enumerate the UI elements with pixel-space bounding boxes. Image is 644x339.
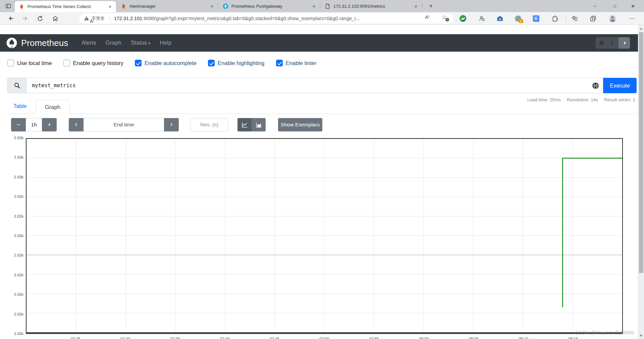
option-enable-highlighting[interactable]: Enable highlighting <box>208 60 264 66</box>
chart-type-toggle <box>237 118 266 131</box>
checkbox[interactable] <box>276 60 283 66</box>
extensions-puzzle-icon[interactable] <box>551 14 559 22</box>
refresh-icon[interactable] <box>36 14 44 23</box>
forward-icon[interactable] <box>21 14 30 23</box>
time-back-button[interactable]: ‹ <box>69 118 84 131</box>
line-chart-icon[interactable] <box>237 118 252 131</box>
option-enable-autocomplete[interactable]: Enable autocomplete <box>135 60 197 66</box>
y-tick-label: 2.02k <box>0 194 23 200</box>
execute-button[interactable]: Execute <box>603 78 637 93</box>
window-close-button[interactable]: ✕ <box>625 0 641 12</box>
browser-tab-alertmanager[interactable]: Alertmanager × <box>117 0 218 12</box>
y-axis-labels: 2.03k2.03k2.03k2.02k2.02k2.02k2.02k2.02k… <box>0 138 23 334</box>
scrollbar-up-icon[interactable]: ▲ <box>638 27 644 30</box>
theme-dark-moon-icon[interactable]: ☾ <box>607 37 619 49</box>
stacked-chart-icon[interactable] <box>252 118 266 131</box>
browser-tab-metrics[interactable]: 172.31.2.102:9091/metrics × <box>321 0 422 12</box>
browser-menu-icon[interactable]: ⋯ <box>628 14 636 22</box>
browser-tab-prometheus-graph[interactable]: Prometheus Time Series Collecti × <box>15 1 116 12</box>
tab-actions-icon[interactable] <box>4 2 13 10</box>
address-bar[interactable]: 不安全 | 172.31.2.101:9090/graph?g0.expr=my… <box>79 13 453 23</box>
x-tick-label: 08:05 <box>466 337 481 339</box>
profile-avatar[interactable] <box>608 14 616 22</box>
checkbox[interactable] <box>7 60 14 66</box>
checkbox[interactable] <box>63 60 70 66</box>
tab-table[interactable]: Table <box>13 103 26 109</box>
option-use-local-time[interactable]: Use local time <box>7 60 52 66</box>
page-scrollbar[interactable]: ▲ ▼ <box>638 25 644 339</box>
idm-extension-icon[interactable] <box>459 14 467 22</box>
browser-tab-pushgateway[interactable]: Prometheus Pushgateway × <box>219 0 320 12</box>
tab-close-icon[interactable]: × <box>209 3 215 9</box>
new-tab-button[interactable]: + <box>427 2 435 10</box>
plot-area[interactable] <box>26 138 623 334</box>
window-minimize-button[interactable]: ─ <box>587 0 603 12</box>
nav-item-graph[interactable]: Graph <box>101 40 126 46</box>
metrics-explorer-globe-icon[interactable] <box>588 78 603 93</box>
chart-svg <box>26 139 622 332</box>
range-control-group: − + <box>11 118 57 131</box>
theme-auto-contrast-icon[interactable]: ◑ <box>619 37 630 49</box>
star-add-badge: + <box>445 18 449 21</box>
tab-graph[interactable]: Graph <box>36 100 70 114</box>
pushgateway-favicon-icon <box>223 3 228 9</box>
result-tab-bar: Table Graph <box>7 99 637 114</box>
tab-title: Alertmanager <box>129 4 209 9</box>
y-tick-label: 2.02k <box>0 214 23 219</box>
browser-toolbar: 不安全 | 172.31.2.101:9090/graph?g0.expr=my… <box>0 12 644 25</box>
nav-item-help[interactable]: Help <box>155 40 176 46</box>
time-forward-button[interactable]: › <box>164 118 179 131</box>
prometheus-favicon-icon <box>19 4 24 9</box>
user-search-extension-icon[interactable] <box>478 14 486 22</box>
x-tick-label: 07:40 <box>217 337 232 339</box>
range-zoom-in-button[interactable]: + <box>42 118 57 131</box>
brand-title: Prometheus <box>21 38 68 48</box>
x-tick-label: 07:45 <box>267 337 282 339</box>
tab-divider <box>320 4 320 8</box>
x-tick-label: 07:35 <box>168 337 182 339</box>
query-expression-input[interactable] <box>26 78 588 93</box>
range-zoom-out-button[interactable]: − <box>11 118 26 131</box>
home-icon[interactable] <box>51 14 60 23</box>
option-enable-linter[interactable]: Enable linter <box>276 60 317 66</box>
query-bar: Execute <box>7 78 637 93</box>
show-exemplars-control: Show Exemplars <box>278 118 322 131</box>
browser-tab-strip: Prometheus Time Series Collecti × Alertm… <box>0 0 644 12</box>
tab-close-icon[interactable]: × <box>107 4 113 9</box>
range-input[interactable] <box>26 118 42 131</box>
tab-close-icon[interactable]: × <box>311 3 317 9</box>
y-tick-label: 2.02k <box>0 273 23 278</box>
y-tick-label: 2.02k <box>0 234 23 239</box>
checkbox[interactable] <box>135 60 142 66</box>
tab-close-icon[interactable]: × <box>413 3 419 9</box>
tab-title: 172.31.2.102:9091/metrics <box>333 4 413 9</box>
x-axis-labels: 07:2507:3007:3507:4007:4507:5007:5508:00… <box>0 337 644 339</box>
x-tick-label: 08:15 <box>566 337 581 339</box>
add-favorite-star-icon[interactable]: ☆ + <box>440 13 448 21</box>
status-dot-extension-icon[interactable]: 1 <box>514 14 522 22</box>
read-aloud-icon[interactable]: A⁾ <box>88 17 96 25</box>
window-maximize-button[interactable]: □ <box>607 0 623 12</box>
scrollbar-thumb[interactable] <box>639 32 643 273</box>
y-tick-label: 2.02k <box>0 292 23 297</box>
option-enable-query-history[interactable]: Enable query history <box>63 60 123 66</box>
resolution-input[interactable] <box>191 118 228 131</box>
back-icon[interactable] <box>7 14 15 23</box>
nav-item-status[interactable]: Status▾ <box>126 40 155 46</box>
toolbar-divider <box>566 15 566 21</box>
prometheus-brand[interactable]: Prometheus <box>6 37 68 49</box>
favorites-hub-icon[interactable] <box>571 14 579 22</box>
download-briefcase-extension-icon[interactable] <box>496 14 504 22</box>
theme-light-gear-icon[interactable]: ⚙ <box>596 37 607 49</box>
theme-toggle-group: ⚙ ☾ ◑ <box>596 37 630 49</box>
read-aloud-icon[interactable]: A⁾ <box>423 13 431 21</box>
show-exemplars-button[interactable]: Show Exemplars <box>278 118 322 131</box>
prometheus-page: Prometheus Alerts Graph Status▾ Help ⚙ ☾… <box>0 25 644 339</box>
collections-icon[interactable] <box>589 14 597 22</box>
nav-item-alerts[interactable]: Alerts <box>77 40 101 46</box>
end-time-input[interactable] <box>84 118 164 131</box>
scrollbar-down-icon[interactable]: ▼ <box>638 334 644 337</box>
checkbox[interactable] <box>208 60 215 66</box>
translate-icon[interactable]: G <box>532 14 540 22</box>
query-options-row: Use local time Enable query history Enab… <box>7 60 316 66</box>
